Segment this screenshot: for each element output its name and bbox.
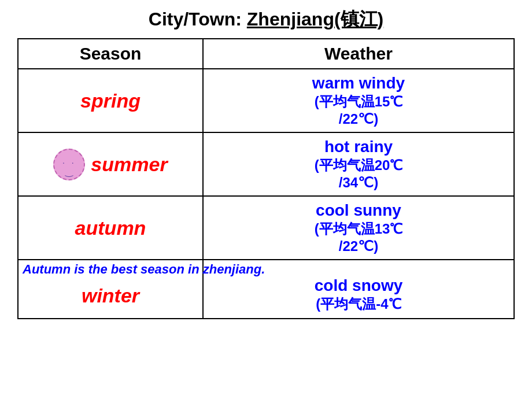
table-row: spring warm windy (平均气温15℃/22℃) <box>18 69 514 132</box>
header-season: Season <box>18 39 203 69</box>
season-summer-label: summer <box>91 153 167 176</box>
city-name: Zhenjiang(镇江) <box>247 9 383 29</box>
season-spring-label: spring <box>80 90 141 112</box>
table-header-row: Season Weather <box>18 39 514 69</box>
page-title: City/Town: Zhenjiang(镇江) <box>0 0 532 38</box>
season-winter-label: winter <box>82 285 139 306</box>
main-table-container: Season Weather spring warm windy (平均气温15… <box>17 38 515 319</box>
seasons-table: Season Weather spring warm windy (平均气温15… <box>17 38 515 319</box>
summer-weather-main: hot rainy <box>210 138 507 156</box>
season-winter-cell: Autumn is the best season in zhenjiang. … <box>18 260 203 319</box>
winter-weather-main: cold snowy <box>210 276 507 295</box>
weather-autumn-cell: cool sunny (平均气温13℃/22℃) <box>203 196 514 260</box>
season-autumn-label: autumn <box>75 217 146 239</box>
season-summer-cell: summer <box>18 132 203 196</box>
table-row: summer hot rainy (平均气温20℃/34℃) <box>18 132 514 196</box>
smiley-face-icon <box>53 149 85 180</box>
table-row: autumn cool sunny (平均气温13℃/22℃) <box>18 196 514 260</box>
autumn-weather-temp: (平均气温13℃/22℃) <box>210 220 507 254</box>
spring-weather-main: warm windy <box>210 74 507 93</box>
summer-weather-temp: (平均气温20℃/34℃) <box>210 156 507 191</box>
weather-spring-cell: warm windy (平均气温15℃/22℃) <box>203 69 514 132</box>
autumn-best-text: Autumn is the best season in zhenjiang. <box>23 262 265 277</box>
title-prefix: City/Town: <box>149 9 247 29</box>
spring-weather-temp: (平均气温15℃/22℃) <box>210 93 507 127</box>
winter-weather-temp: (平均气温-4℃ <box>210 295 507 313</box>
table-row: Autumn is the best season in zhenjiang. … <box>18 260 514 319</box>
season-autumn-cell: autumn <box>18 196 203 260</box>
summer-cell-inner: summer <box>25 149 195 180</box>
header-weather: Weather <box>203 39 514 69</box>
weather-summer-cell: hot rainy (平均气温20℃/34℃) <box>203 132 514 196</box>
autumn-weather-main: cool sunny <box>210 201 507 220</box>
season-spring-cell: spring <box>18 69 203 132</box>
